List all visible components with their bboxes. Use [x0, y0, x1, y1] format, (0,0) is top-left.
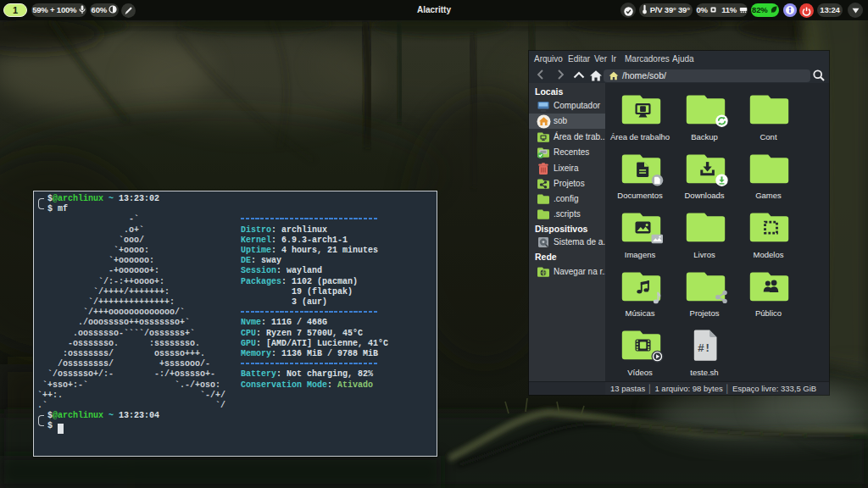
svg-text:#!: #! — [698, 342, 711, 355]
